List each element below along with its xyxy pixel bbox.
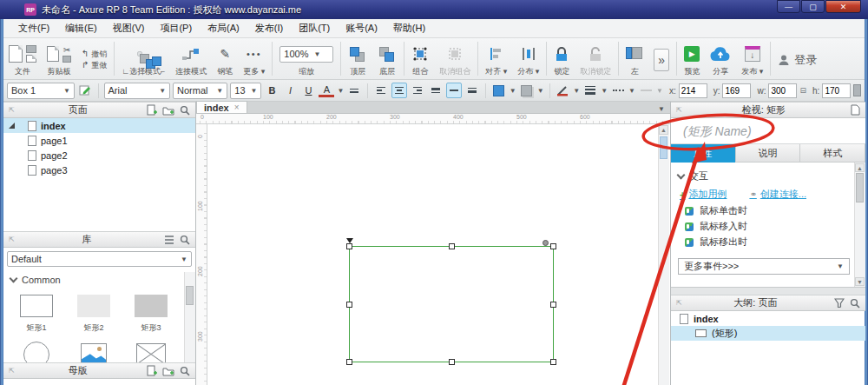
save-icon[interactable] [26, 45, 36, 53]
event-onclick[interactable]: 鼠标单击时 [685, 204, 747, 217]
font-color-button[interactable]: A [319, 84, 334, 97]
line-style-button[interactable] [610, 83, 626, 98]
menu-edit[interactable]: 编辑(E) [57, 19, 105, 37]
send-back-group[interactable]: 底层 [372, 38, 402, 79]
widget-rect2[interactable]: 矩形2 [66, 295, 122, 334]
shadow-button[interactable] [519, 83, 535, 98]
edit-style-icon[interactable] [77, 83, 93, 98]
paste-icon[interactable] [62, 56, 71, 63]
add-case-link[interactable]: + 添加用例 [680, 188, 727, 201]
align-center-button[interactable] [391, 83, 407, 98]
connect-mode-group[interactable]: 连接模式 [170, 38, 212, 79]
minimize-button[interactable]: — [777, 0, 800, 13]
underline-button[interactable]: U [300, 83, 316, 98]
align-group[interactable]: 对齐 ▾ [480, 38, 512, 79]
page-item-index[interactable]: index [3, 118, 195, 133]
line-color-button[interactable] [555, 83, 570, 98]
file-group[interactable]: 文件 [3, 38, 42, 79]
tab-notes[interactable]: 说明 [736, 144, 801, 163]
shadow-caret[interactable]: ▼ [537, 87, 544, 95]
library-kit-select[interactable]: Default▼ [7, 251, 192, 267]
page-item-page3[interactable]: page3 [3, 163, 195, 177]
link-dimensions-icon[interactable]: ⊟ [799, 86, 806, 95]
tab-index[interactable]: index × [196, 101, 247, 113]
page-item-page2[interactable]: page2 [3, 148, 195, 163]
collapse-panel-icon[interactable]: ⇱ [676, 106, 682, 114]
search-icon[interactable] [850, 298, 860, 309]
undo-button[interactable]: ↰ 撤销 [82, 50, 107, 58]
new-file-icon[interactable] [9, 45, 23, 63]
left-align-group[interactable]: 左 [621, 38, 648, 79]
menu-project[interactable]: 项目(P) [152, 19, 200, 37]
preview-group[interactable]: ▶ 预览 [679, 38, 705, 79]
menu-file[interactable]: 文件(F) [10, 19, 57, 37]
add-folder-icon[interactable] [162, 366, 174, 376]
fill-color-button[interactable] [491, 83, 507, 98]
fill-color-caret[interactable]: ▼ [510, 87, 516, 95]
menu-team[interactable]: 团队(T) [291, 19, 338, 37]
publish-group[interactable]: ↓ 发布 ▾ [736, 38, 768, 79]
bold-button[interactable]: B [264, 83, 279, 98]
tab-close-icon[interactable]: × [234, 103, 240, 112]
align-right-button[interactable] [410, 83, 425, 98]
close-button[interactable]: ✕ [825, 0, 861, 13]
valign-middle-button[interactable] [446, 83, 462, 98]
collapse-panel-icon[interactable]: ⇱ [9, 367, 15, 375]
open-icon[interactable] [26, 55, 36, 63]
h-input[interactable] [822, 83, 851, 98]
font-weight-select[interactable]: Normal▼ [173, 83, 227, 99]
resize-handle-ne[interactable] [550, 243, 556, 249]
collapse-panel-icon[interactable]: ⇱ [9, 236, 15, 243]
line-color-caret[interactable]: ▼ [573, 87, 580, 95]
pen-group[interactable]: ✎ 钢笔 [212, 38, 238, 79]
resize-handle-se[interactable] [550, 359, 556, 365]
redo-button[interactable]: ↱ 重做 [82, 61, 107, 70]
widget-rect1[interactable]: 矩形1 [9, 295, 64, 334]
search-icon[interactable] [180, 105, 190, 116]
widget-style-select[interactable]: Box 1▼ [7, 83, 75, 99]
share-group[interactable]: 分享 [705, 38, 736, 79]
menu-layout[interactable]: 布局(A) [200, 19, 247, 37]
resize-handle-nw[interactable] [346, 243, 352, 249]
widget-name-input[interactable] [671, 118, 865, 144]
resize-handle-w[interactable] [346, 302, 352, 308]
menu-icon[interactable] [164, 236, 174, 244]
tab-properties[interactable]: 属性 [671, 144, 736, 163]
add-folder-icon[interactable] [162, 105, 174, 116]
cut-icon[interactable]: ✂ [63, 46, 70, 55]
menu-help[interactable]: 帮助(H) [385, 19, 433, 37]
add-page-icon[interactable] [147, 104, 157, 116]
page-item-page1[interactable]: page1 [3, 133, 195, 148]
collapse-panel-icon[interactable]: ⇱ [676, 299, 682, 307]
interaction-section[interactable]: 交互 [678, 169, 708, 183]
outline-item-index[interactable]: index [671, 311, 865, 326]
line-spacing-button[interactable] [346, 83, 362, 98]
tab-list-caret[interactable]: ▼ [653, 105, 670, 113]
widget-placeholder[interactable] [123, 343, 179, 362]
distribute-group[interactable]: 分布 ▾ [512, 38, 544, 79]
filter-icon[interactable] [834, 298, 845, 308]
add-page-icon[interactable] [147, 365, 157, 376]
widget-ellipse[interactable] [9, 342, 64, 362]
expand-icon[interactable] [9, 123, 15, 129]
event-onmouseenter[interactable]: 鼠标移入时 [685, 220, 747, 233]
toolbar-overflow-button[interactable]: » [654, 49, 669, 71]
bring-front-group[interactable]: 顶层 [343, 38, 372, 79]
w-input[interactable] [768, 83, 797, 98]
selected-rectangle-widget[interactable] [349, 246, 554, 362]
select-mode-button[interactable] [137, 51, 142, 56]
align-left-button[interactable] [373, 83, 389, 98]
create-connection-link[interactable]: ⚭ 创建连接... [749, 188, 806, 201]
menu-publish[interactable]: 发布(I) [247, 19, 291, 37]
widget-rect3[interactable]: 矩形3 [123, 295, 179, 334]
collapse-panel-icon[interactable]: ⇱ [9, 106, 15, 114]
interaction-dot-icon[interactable] [542, 240, 549, 246]
zoom-select[interactable]: 100%▼ [279, 46, 333, 63]
italic-button[interactable]: I [282, 83, 298, 98]
valign-top-button[interactable] [428, 83, 444, 98]
menu-account[interactable]: 账号(A) [338, 19, 385, 37]
scroll-down-icon[interactable]: ▼ [855, 277, 865, 286]
x-input[interactable] [679, 83, 707, 98]
extra-style-button[interactable] [853, 84, 861, 96]
search-icon[interactable] [180, 366, 190, 376]
